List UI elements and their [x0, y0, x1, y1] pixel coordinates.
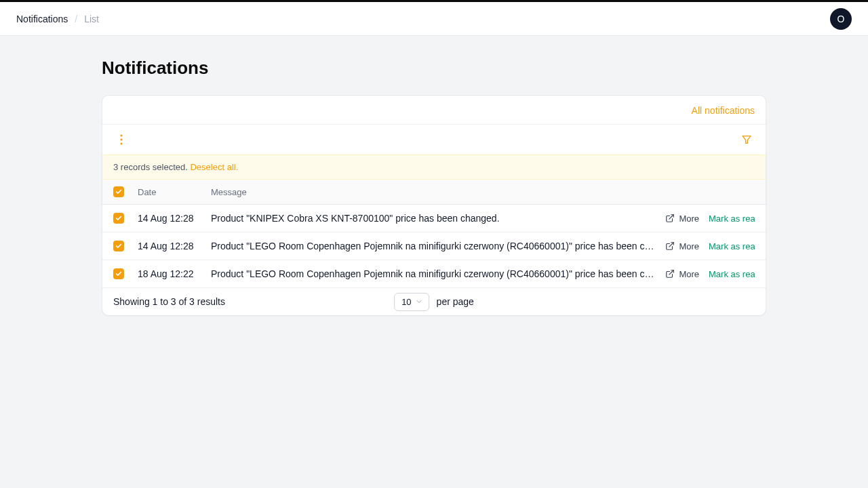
external-link-icon [665, 269, 675, 279]
deselect-all-link[interactable]: Deselect all. [190, 162, 238, 172]
row-message: Product "KNIPEX Cobra XS KNT-8700100" pr… [211, 213, 665, 224]
table-row: 14 Aug 12:28 Product "KNIPEX Cobra XS KN… [102, 205, 766, 232]
notifications-card: All notifications 3 records selected. De… [102, 95, 766, 316]
bulk-actions-menu-icon[interactable] [113, 131, 130, 148]
breadcrumb-separator: / [75, 14, 77, 24]
more-link[interactable]: More [665, 241, 699, 251]
external-link-icon [665, 241, 675, 251]
header-bar: Notifications / List O [0, 2, 868, 36]
more-link[interactable]: More [665, 214, 699, 224]
svg-line-4 [669, 215, 673, 219]
more-label: More [679, 241, 699, 251]
card-tabs: All notifications [102, 96, 766, 125]
column-header-message: Message [211, 187, 755, 197]
row-message: Product "LEGO Room Copenhagen Pojemnik n… [211, 268, 665, 279]
mark-as-read-link[interactable]: Mark as read [709, 269, 755, 279]
selection-bar: 3 records selected. Deselect all. [102, 155, 766, 180]
breadcrumb-root[interactable]: Notifications [16, 14, 68, 24]
more-label: More [679, 214, 699, 224]
tab-all-notifications[interactable]: All notifications [692, 105, 755, 116]
row-date: 14 Aug 12:28 [138, 213, 211, 224]
svg-point-2 [120, 142, 122, 144]
row-date: 18 Aug 12:22 [138, 268, 211, 279]
filter-icon[interactable] [738, 131, 755, 148]
svg-point-1 [120, 138, 122, 140]
external-link-icon [665, 214, 675, 223]
per-page-select[interactable]: 10 [394, 293, 429, 311]
column-header-date: Date [138, 187, 211, 197]
svg-point-0 [120, 134, 122, 136]
svg-line-6 [669, 270, 673, 274]
breadcrumb-leaf: List [84, 14, 99, 24]
per-page-label: per page [437, 296, 474, 307]
row-date: 14 Aug 12:28 [138, 241, 211, 251]
more-link[interactable]: More [665, 269, 699, 279]
page-content: Notifications All notifications 3 record… [102, 36, 766, 343]
selection-count: 3 records selected. [113, 162, 188, 172]
row-checkbox[interactable] [113, 213, 124, 224]
mark-as-read-link[interactable]: Mark as read [709, 214, 755, 224]
avatar[interactable]: O [830, 8, 852, 30]
row-checkbox[interactable] [113, 241, 124, 251]
row-checkbox[interactable] [113, 268, 124, 279]
table-row: 14 Aug 12:28 Product "LEGO Room Copenhag… [102, 232, 766, 260]
mark-as-read-link[interactable]: Mark as read [709, 241, 755, 251]
table-header: Date Message [102, 180, 766, 205]
table-row: 18 Aug 12:22 Product "LEGO Room Copenhag… [102, 260, 766, 288]
results-summary: Showing 1 to 3 of 3 results [113, 296, 225, 307]
svg-marker-3 [743, 136, 751, 144]
more-label: More [679, 269, 699, 279]
per-page-value: 10 [401, 297, 411, 307]
select-all-checkbox[interactable] [113, 186, 124, 197]
svg-line-5 [669, 243, 673, 247]
breadcrumb: Notifications / List [16, 14, 99, 24]
row-message: Product "LEGO Room Copenhagen Pojemnik n… [211, 241, 665, 251]
chevron-down-icon [416, 298, 424, 306]
card-toolbar [102, 125, 766, 155]
page-title: Notifications [102, 58, 766, 79]
table-footer: Showing 1 to 3 of 3 results 10 per page [102, 288, 766, 315]
